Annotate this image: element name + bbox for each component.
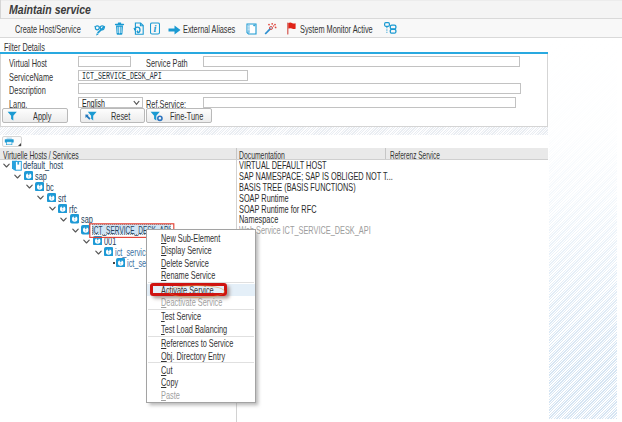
svg-text:i: i <box>154 23 157 34</box>
